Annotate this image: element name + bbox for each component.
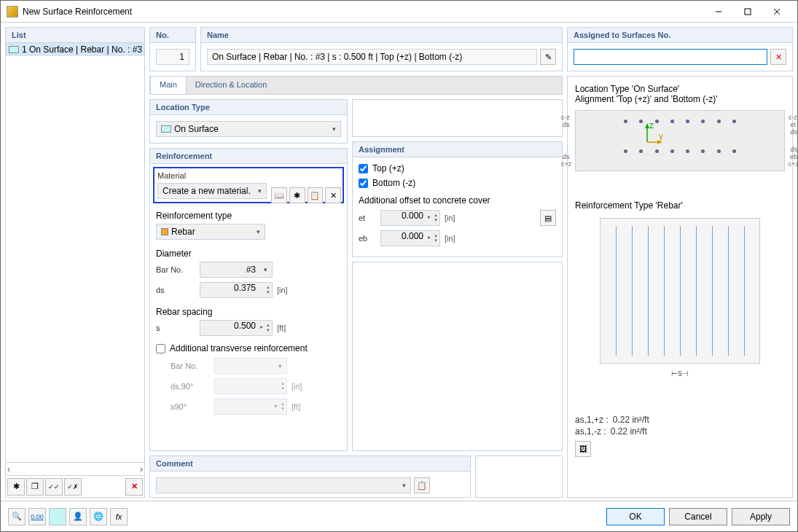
app-icon [7,6,18,17]
assigned-header: Assigned to Surfaces No. [568,28,792,43]
additional-transverse-label: Additional transverse reinforcement [170,343,308,353]
at-s-unit: [ft] [292,402,300,411]
top-checkbox[interactable] [359,164,368,173]
assignment-header: Assignment [353,142,562,157]
name-input[interactable] [207,49,537,65]
additional-transverse-checkbox[interactable] [156,344,165,353]
duplicate-item-button[interactable]: ❐ [26,478,44,496]
tab-main[interactable]: Main [150,76,187,94]
preview-loc-title: Location Type 'On Surface' [575,84,785,94]
eb-label: eb [359,234,376,243]
list-item[interactable]: 1 On Surface | Rebar | No. : #3 | s : 0.… [6,43,144,56]
ok-button[interactable]: OK [606,508,665,525]
tab-direction-location[interactable]: Direction & Location [187,77,275,94]
svg-rect-1 [745,9,751,15]
no-input[interactable] [156,49,189,65]
s-input[interactable]: 0.500▲▼▸ [200,320,273,336]
offset-preview-button[interactable]: ▤ [540,210,556,226]
material-value: Create a new material. [163,186,251,196]
list-item-swatch [9,46,19,53]
stat-a-bot-value: 0.22 in²/ft [611,426,647,437]
check-button[interactable]: ✓✓ [45,478,63,496]
material-library-button[interactable]: 📖 [271,187,287,203]
reinforcement-type-label: Reinforcement type [156,211,341,221]
material-delete-button[interactable]: ✕ [325,187,341,203]
maximize-button[interactable] [733,1,762,22]
et-unit: [in] [445,214,455,222]
no-header: No. [150,28,195,43]
ds-input[interactable]: 0.375▲▼ [200,282,273,298]
location-swatch [161,125,171,133]
svg-text:z: z [649,120,654,130]
location-type-header: Location Type [150,100,347,115]
s-value: 0.500 [234,321,256,331]
top-label: Top (+z) [372,163,404,173]
bottom-label: Bottom (-z) [372,178,415,188]
at-bar-no-dropdown [214,358,287,374]
units-button[interactable]: 0.00 [28,508,46,525]
preview-alignment: Alignment 'Top (+z)' and 'Bottom (-z)' [575,94,785,104]
spacing-dim-label: ⊢s⊣ [575,368,785,378]
assigned-pick-button[interactable]: ✕ [770,49,786,65]
material-new-button[interactable]: ✱ [289,187,305,203]
at-s-input: ▲▼▸ [214,399,287,415]
material-dropdown[interactable]: Create a new material. [157,183,267,199]
apply-button[interactable]: Apply [732,508,790,525]
et-label: et [359,214,376,222]
reinforcement-type-dropdown[interactable]: Rebar [156,224,265,240]
stat-a-bot-label: as,1,-z : [575,426,606,437]
help-button[interactable]: 🔍 [8,508,26,525]
new-item-button[interactable]: ✱ [7,478,25,496]
assigned-input[interactable] [574,49,767,65]
bar-no-value: #3 [205,265,259,275]
minimize-button[interactable] [704,1,733,22]
stat-a-top-label: as,1,+z : [575,415,609,425]
tabstrip: Main Direction & Location [149,76,563,95]
at-ds-unit: [in] [292,382,302,391]
ds-label: ds [156,286,195,294]
cancel-button[interactable]: Cancel [669,508,727,525]
preview-type-title: Reinforcement Type 'Rebar' [575,200,785,211]
bottom-checkbox[interactable] [359,179,368,188]
uncheck-button[interactable]: ✓✗ [64,478,82,496]
location-type-dropdown[interactable]: On Surface [156,121,341,137]
location-preview-image: c-z ds c-z et ds ds c+z ds eb c+z zy [575,110,785,171]
material-label: Material [157,171,340,180]
eb-value: 0.000 [402,231,423,241]
et-value: 0.000 [402,211,423,221]
person-button[interactable]: 👤 [69,508,87,525]
comment-edit-button[interactable]: 📋 [414,477,430,493]
reinforcement-type-value: Rebar [171,227,195,237]
spacing-label: Rebar spacing [156,307,341,317]
et-input[interactable]: 0.000▲▼▸ [380,210,440,226]
edit-name-button[interactable]: ✎ [540,49,556,65]
ds-unit: [in] [277,286,288,294]
view-button[interactable] [49,508,66,525]
at-ds-label: ds,90° [171,382,210,391]
at-bar-no-label: Bar No. [171,361,210,370]
offset-label: Additional offset to concrete cover [359,195,556,206]
delete-item-button[interactable]: ✕ [125,478,143,496]
bar-no-dropdown[interactable]: #3 [200,262,273,278]
material-copy-button[interactable]: 📋 [308,187,324,203]
s-unit: [ft] [277,324,286,332]
comment-dropdown[interactable] [156,477,411,493]
close-button[interactable] [762,1,791,22]
list-item-text: 1 On Surface | Rebar | No. : #3 | s : 0.… [22,44,144,55]
svg-text:y: y [659,131,663,141]
bar-no-label: Bar No. [156,265,195,274]
at-ds-input: ▲▼ [214,378,287,394]
function-button[interactable]: fx [110,508,128,525]
eb-unit: [in] [445,234,455,243]
list-scrollbar[interactable]: ‹› [6,462,144,475]
preview-info-button[interactable]: 🖼 [575,441,591,457]
globe-button[interactable]: 🌐 [90,508,107,525]
s-label: s [156,324,195,332]
rebar-preview-image [600,218,760,364]
eb-input[interactable]: 0.000▲▼▸ [380,230,440,246]
stat-a-top-value: 0.22 in²/ft [613,415,649,425]
comment-header: Comment [150,456,470,472]
list-body[interactable]: 1 On Surface | Rebar | No. : #3 | s : 0.… [6,43,144,462]
reinforcement-type-swatch [161,228,168,235]
diameter-label: Diameter [156,249,341,259]
